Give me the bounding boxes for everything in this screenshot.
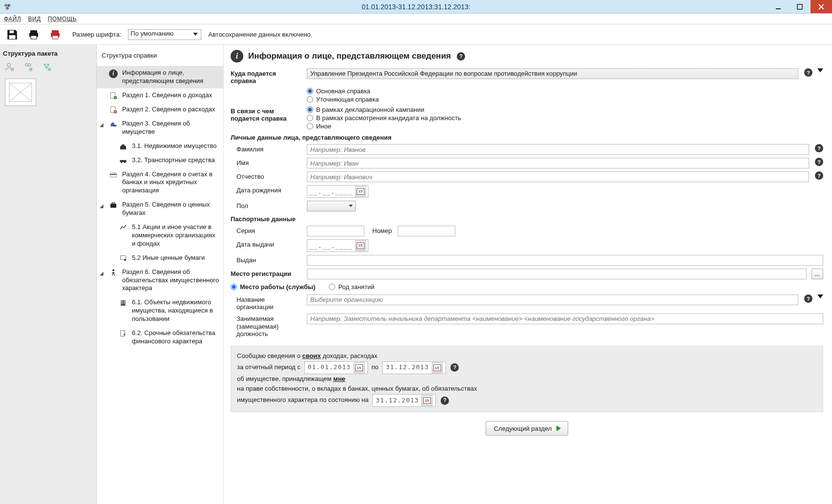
help-icon[interactable]: ? <box>450 363 459 372</box>
collapse-icon[interactable]: ◢ <box>100 203 104 209</box>
svg-rect-52 <box>121 331 125 336</box>
svg-rect-35 <box>114 111 116 112</box>
font-size-select[interactable]: По умолчанию <box>128 29 201 40</box>
number-input[interactable] <box>398 226 455 236</box>
svg-point-39 <box>124 161 126 163</box>
nav-item-3-1[interactable]: 3.1. Недвижимое имущество <box>97 139 223 153</box>
svg-point-19 <box>28 63 31 66</box>
minimize-button[interactable] <box>768 0 789 13</box>
dob-input[interactable]: __.__.____ <box>307 185 368 198</box>
add-group-icon[interactable]: + <box>42 62 52 72</box>
help-icon[interactable]: ? <box>457 52 465 61</box>
org-dropdown[interactable]: Выберите организацию <box>307 294 798 305</box>
position-input[interactable]: Например: Заместитель начальника департа… <box>307 314 823 324</box>
nav-item-6-2[interactable]: 6.2. Срочные обязательства финансового х… <box>97 326 223 349</box>
help-icon[interactable]: ? <box>804 294 812 303</box>
document-arrow-icon <box>118 330 128 346</box>
radio-other[interactable]: Иное <box>307 123 461 130</box>
where-dropdown[interactable]: Управление Президента Российской Федерац… <box>307 68 798 79</box>
nav-item-section1[interactable]: + Раздел 1. Сведения о доходах <box>97 88 223 103</box>
svg-rect-49 <box>124 301 125 302</box>
browse-button[interactable]: ... <box>811 269 823 279</box>
svg-text:+: + <box>11 68 13 71</box>
chevron-down-icon <box>193 33 198 36</box>
help-icon[interactable]: ? <box>815 171 823 180</box>
nav-item-section3[interactable]: ◢ Раздел 3. Сведения об имуществе <box>97 117 223 139</box>
svg-point-15 <box>7 63 11 67</box>
dob-label: Дата рождения <box>231 185 302 194</box>
nav-item-section5[interactable]: ◢ Раздел 5. Сведения о ценных бумагах <box>97 198 223 220</box>
autosave-status: Автосохранение данных включено. <box>208 31 312 38</box>
radio-work[interactable]: Место работы (службы) <box>231 283 315 291</box>
lastname-input[interactable] <box>307 144 809 155</box>
radio-occupation[interactable]: Род занятий <box>329 283 374 291</box>
series-input[interactable] <box>307 226 364 236</box>
print-color-button[interactable] <box>48 27 63 42</box>
period-from-input[interactable]: 01.01.2013 <box>304 361 368 374</box>
chevron-down-icon[interactable] <box>817 68 823 72</box>
help-icon[interactable]: ? <box>441 397 449 405</box>
nav-item-section2[interactable]: Раздел 2. Сведения о расходах <box>97 103 223 117</box>
svg-rect-7 <box>10 30 14 33</box>
car-icon <box>118 157 128 165</box>
close-button[interactable] <box>811 0 832 13</box>
radio-clarify[interactable]: Уточняющая справка <box>307 96 379 103</box>
issued-by-input[interactable] <box>307 255 823 266</box>
play-icon <box>556 425 561 431</box>
next-section-button[interactable]: Следующий раздел <box>486 421 569 436</box>
nav-label: Раздел 6. Сведения об обязательствах иму… <box>122 268 219 293</box>
radio-main[interactable]: Основная справка <box>307 87 379 95</box>
page-title: Информация о лице, представляющем сведен… <box>248 51 451 61</box>
help-icon[interactable]: ? <box>815 158 823 166</box>
calendar-icon[interactable] <box>432 362 443 373</box>
house-car-icon <box>108 120 118 136</box>
chevron-down-icon[interactable] <box>817 294 823 298</box>
help-icon[interactable]: ? <box>815 144 823 152</box>
asof-date-input[interactable]: 31.12.2013 <box>372 394 436 407</box>
nav-label: Раздел 3. Сведения об имуществе <box>122 120 219 136</box>
issued-by-label: Выдан <box>231 255 302 264</box>
menu-view[interactable]: ВИД <box>28 16 41 22</box>
nav-item-section4[interactable]: Раздел 4. Сведения о счетах в банках и и… <box>97 168 223 198</box>
help-icon[interactable]: ? <box>804 68 812 77</box>
calendar-icon[interactable] <box>422 395 432 406</box>
radio-campaign[interactable]: В рамках декларационной кампании <box>307 106 461 113</box>
svg-point-18 <box>25 63 28 66</box>
nav-item-6-1[interactable]: 6.1. Объекты недвижимого имущества, нахо… <box>97 295 223 326</box>
reg-input[interactable] <box>307 269 807 279</box>
title-bar: 01.01.2013-31.12.2013:31.12.2013: <box>0 0 832 14</box>
nav-label: 5.2 Иные ценные бумаги <box>132 254 219 262</box>
calendar-icon[interactable] <box>355 186 366 197</box>
add-couple-icon[interactable]: + <box>23 62 33 72</box>
gender-label: Пол <box>231 201 302 210</box>
reg-label: Место регистрации <box>231 269 302 277</box>
app-icon <box>3 2 12 11</box>
nav-item-5-2[interactable]: 5.2 Иные ценные бумаги <box>97 251 223 265</box>
nav-item-section6[interactable]: ◢ Раздел 6. Сведения об обязательствах и… <box>97 265 223 296</box>
radio-candidate[interactable]: В рамках рассмотрения кандидата на должн… <box>307 114 461 122</box>
toolbar: Размер шрифта: По умолчанию Автосохранен… <box>0 24 832 45</box>
collapse-icon[interactable]: ◢ <box>100 122 104 128</box>
nav-item-3-2[interactable]: 3.2. Транспортные средства <box>97 153 223 168</box>
reason-label: В связи с чем подается справка <box>231 106 302 122</box>
collapse-icon[interactable]: ◢ <box>100 270 104 276</box>
add-person-icon[interactable]: + <box>5 62 15 72</box>
save-button[interactable] <box>5 27 20 42</box>
firstname-input[interactable] <box>307 158 809 168</box>
middlename-input[interactable] <box>307 171 809 182</box>
calendar-icon[interactable] <box>355 240 366 251</box>
maximize-button[interactable] <box>789 0 811 13</box>
building-icon <box>118 299 128 323</box>
menu-help[interactable]: ПОМОЩЬ <box>48 16 77 22</box>
package-thumbnail[interactable] <box>5 79 36 106</box>
calendar-icon[interactable] <box>354 362 364 373</box>
nav-item-5-1[interactable]: 5.1 Акции и иное участие в коммерческих … <box>97 220 223 251</box>
svg-rect-9 <box>30 30 37 33</box>
print-button[interactable] <box>26 27 41 42</box>
gender-select[interactable] <box>307 201 356 211</box>
nav-item-info[interactable]: i Информация о лице, представляющем свед… <box>97 66 223 88</box>
menu-file[interactable]: ФАЙЛ <box>4 16 21 22</box>
issue-date-input[interactable]: __.__.____ <box>307 239 368 252</box>
document-minus-icon <box>108 106 118 114</box>
period-to-input[interactable]: 31.12.2013 <box>382 361 446 374</box>
